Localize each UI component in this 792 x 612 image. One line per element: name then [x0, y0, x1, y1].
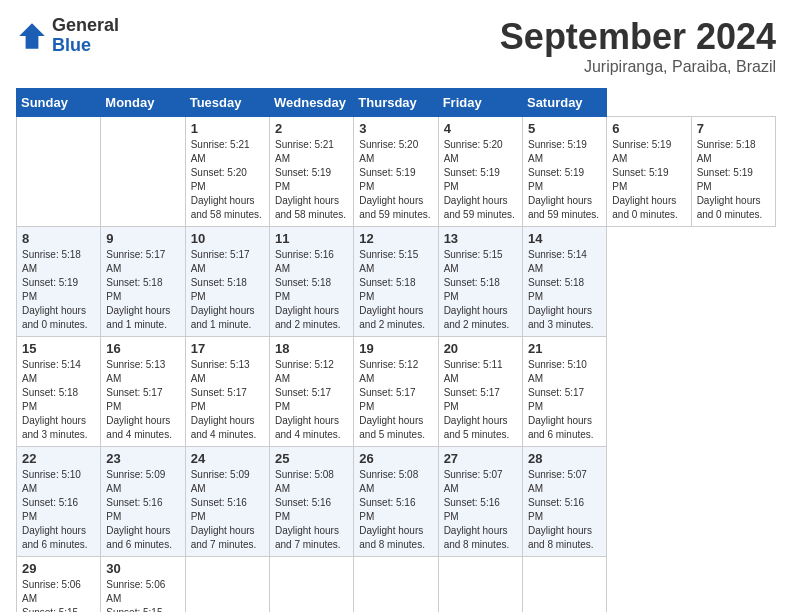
day-number: 3 [359, 121, 432, 136]
calendar-cell: 14Sunrise: 5:14 AMSunset: 5:18 PMDayligh… [522, 227, 606, 337]
day-number: 5 [528, 121, 601, 136]
day-info: Sunrise: 5:12 AMSunset: 5:17 PMDaylight … [275, 359, 341, 440]
calendar-cell: 16Sunrise: 5:13 AMSunset: 5:17 PMDayligh… [101, 337, 185, 447]
calendar-week-2: 8Sunrise: 5:18 AMSunset: 5:19 PMDaylight… [17, 227, 776, 337]
day-number: 2 [275, 121, 348, 136]
calendar-cell: 28Sunrise: 5:07 AMSunset: 5:16 PMDayligh… [522, 447, 606, 557]
day-number: 13 [444, 231, 517, 246]
logo-general: General [52, 16, 119, 36]
calendar-cell: 13Sunrise: 5:15 AMSunset: 5:18 PMDayligh… [438, 227, 522, 337]
day-number: 16 [106, 341, 179, 356]
calendar-header-row: SundayMondayTuesdayWednesdayThursdayFrid… [17, 89, 776, 117]
calendar-cell: 18Sunrise: 5:12 AMSunset: 5:17 PMDayligh… [269, 337, 353, 447]
day-info: Sunrise: 5:18 AMSunset: 5:19 PMDaylight … [697, 139, 763, 220]
calendar-cell: 15Sunrise: 5:14 AMSunset: 5:18 PMDayligh… [17, 337, 101, 447]
logo-text: General Blue [52, 16, 119, 56]
header-sunday: Sunday [17, 89, 101, 117]
day-number: 11 [275, 231, 348, 246]
day-info: Sunrise: 5:17 AMSunset: 5:18 PMDaylight … [191, 249, 255, 330]
day-info: Sunrise: 5:10 AMSunset: 5:16 PMDaylight … [22, 469, 88, 550]
calendar-cell: 27Sunrise: 5:07 AMSunset: 5:16 PMDayligh… [438, 447, 522, 557]
day-info: Sunrise: 5:07 AMSunset: 5:16 PMDaylight … [444, 469, 510, 550]
calendar-cell: 5Sunrise: 5:19 AMSunset: 5:19 PMDaylight… [522, 117, 606, 227]
calendar-cell: 20Sunrise: 5:11 AMSunset: 5:17 PMDayligh… [438, 337, 522, 447]
calendar-cell: 4Sunrise: 5:20 AMSunset: 5:19 PMDaylight… [438, 117, 522, 227]
day-info: Sunrise: 5:06 AMSunset: 5:15 PMDaylight … [106, 579, 172, 612]
day-number: 9 [106, 231, 179, 246]
svg-marker-0 [19, 23, 45, 49]
day-number: 10 [191, 231, 264, 246]
day-info: Sunrise: 5:07 AMSunset: 5:16 PMDaylight … [528, 469, 594, 550]
header-tuesday: Tuesday [185, 89, 269, 117]
day-info: Sunrise: 5:11 AMSunset: 5:17 PMDaylight … [444, 359, 510, 440]
calendar-week-4: 22Sunrise: 5:10 AMSunset: 5:16 PMDayligh… [17, 447, 776, 557]
day-number: 12 [359, 231, 432, 246]
day-number: 29 [22, 561, 95, 576]
header-thursday: Thursday [354, 89, 438, 117]
day-info: Sunrise: 5:21 AMSunset: 5:19 PMDaylight … [275, 139, 346, 220]
calendar-cell: 26Sunrise: 5:08 AMSunset: 5:16 PMDayligh… [354, 447, 438, 557]
day-number: 4 [444, 121, 517, 136]
logo-icon [16, 20, 48, 52]
calendar-cell [522, 557, 606, 613]
day-number: 14 [528, 231, 601, 246]
calendar-cell [269, 557, 353, 613]
day-info: Sunrise: 5:20 AMSunset: 5:19 PMDaylight … [444, 139, 515, 220]
calendar-cell: 30Sunrise: 5:06 AMSunset: 5:15 PMDayligh… [101, 557, 185, 613]
page-header: General Blue September 2024 Juripiranga,… [16, 16, 776, 76]
day-info: Sunrise: 5:19 AMSunset: 5:19 PMDaylight … [528, 139, 599, 220]
calendar-cell: 11Sunrise: 5:16 AMSunset: 5:18 PMDayligh… [269, 227, 353, 337]
calendar-cell: 21Sunrise: 5:10 AMSunset: 5:17 PMDayligh… [522, 337, 606, 447]
day-info: Sunrise: 5:09 AMSunset: 5:16 PMDaylight … [106, 469, 172, 550]
calendar-cell: 2Sunrise: 5:21 AMSunset: 5:19 PMDaylight… [269, 117, 353, 227]
header-friday: Friday [438, 89, 522, 117]
day-number: 26 [359, 451, 432, 466]
day-number: 1 [191, 121, 264, 136]
day-number: 27 [444, 451, 517, 466]
calendar-cell [438, 557, 522, 613]
day-number: 6 [612, 121, 685, 136]
day-info: Sunrise: 5:13 AMSunset: 5:17 PMDaylight … [106, 359, 172, 440]
calendar-cell: 23Sunrise: 5:09 AMSunset: 5:16 PMDayligh… [101, 447, 185, 557]
logo-blue: Blue [52, 36, 119, 56]
day-info: Sunrise: 5:15 AMSunset: 5:18 PMDaylight … [359, 249, 425, 330]
calendar-cell: 17Sunrise: 5:13 AMSunset: 5:17 PMDayligh… [185, 337, 269, 447]
day-info: Sunrise: 5:06 AMSunset: 5:15 PMDaylight … [22, 579, 88, 612]
logo: General Blue [16, 16, 119, 56]
day-info: Sunrise: 5:08 AMSunset: 5:16 PMDaylight … [275, 469, 341, 550]
day-number: 30 [106, 561, 179, 576]
day-info: Sunrise: 5:19 AMSunset: 5:19 PMDaylight … [612, 139, 678, 220]
day-info: Sunrise: 5:18 AMSunset: 5:19 PMDaylight … [22, 249, 88, 330]
day-number: 25 [275, 451, 348, 466]
calendar-cell [17, 117, 101, 227]
day-info: Sunrise: 5:13 AMSunset: 5:17 PMDaylight … [191, 359, 257, 440]
calendar-week-5: 29Sunrise: 5:06 AMSunset: 5:15 PMDayligh… [17, 557, 776, 613]
day-number: 28 [528, 451, 601, 466]
title-block: September 2024 Juripiranga, Paraiba, Bra… [500, 16, 776, 76]
day-number: 20 [444, 341, 517, 356]
day-number: 21 [528, 341, 601, 356]
day-info: Sunrise: 5:21 AMSunset: 5:20 PMDaylight … [191, 139, 262, 220]
day-info: Sunrise: 5:14 AMSunset: 5:18 PMDaylight … [22, 359, 88, 440]
calendar-cell [185, 557, 269, 613]
calendar-cell: 19Sunrise: 5:12 AMSunset: 5:17 PMDayligh… [354, 337, 438, 447]
calendar-cell: 6Sunrise: 5:19 AMSunset: 5:19 PMDaylight… [607, 117, 691, 227]
calendar-cell: 10Sunrise: 5:17 AMSunset: 5:18 PMDayligh… [185, 227, 269, 337]
day-info: Sunrise: 5:10 AMSunset: 5:17 PMDaylight … [528, 359, 594, 440]
day-number: 17 [191, 341, 264, 356]
day-number: 8 [22, 231, 95, 246]
header-wednesday: Wednesday [269, 89, 353, 117]
day-number: 19 [359, 341, 432, 356]
day-number: 7 [697, 121, 770, 136]
calendar-cell [354, 557, 438, 613]
day-number: 18 [275, 341, 348, 356]
day-info: Sunrise: 5:08 AMSunset: 5:16 PMDaylight … [359, 469, 425, 550]
day-info: Sunrise: 5:15 AMSunset: 5:18 PMDaylight … [444, 249, 510, 330]
header-saturday: Saturday [522, 89, 606, 117]
calendar-cell [101, 117, 185, 227]
calendar-cell: 24Sunrise: 5:09 AMSunset: 5:16 PMDayligh… [185, 447, 269, 557]
day-info: Sunrise: 5:09 AMSunset: 5:16 PMDaylight … [191, 469, 257, 550]
calendar-cell: 25Sunrise: 5:08 AMSunset: 5:16 PMDayligh… [269, 447, 353, 557]
day-info: Sunrise: 5:16 AMSunset: 5:18 PMDaylight … [275, 249, 341, 330]
day-info: Sunrise: 5:20 AMSunset: 5:19 PMDaylight … [359, 139, 430, 220]
